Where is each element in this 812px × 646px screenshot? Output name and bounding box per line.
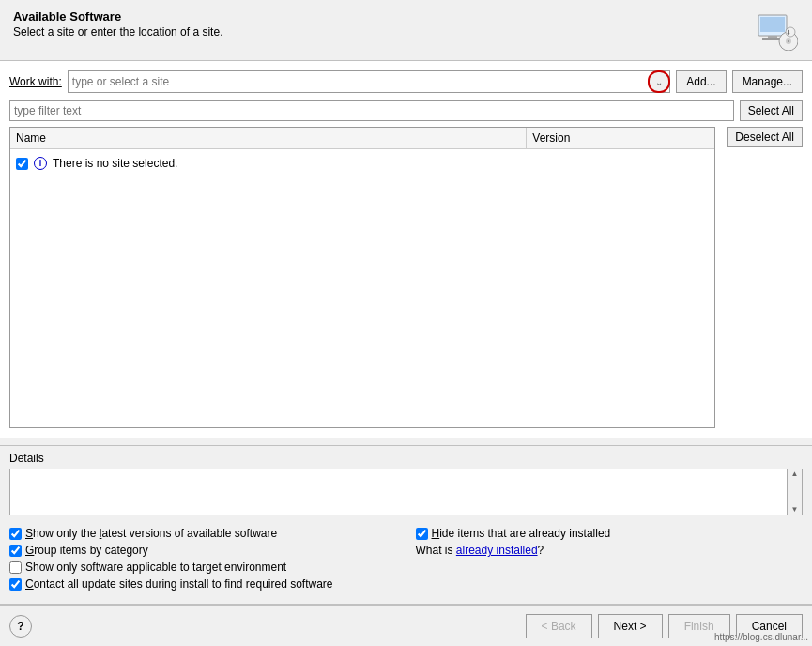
option-underline-3: G [25,544,34,557]
details-section: Details ▲ ▼ [0,446,812,521]
header-left: Available Software Select a site or ente… [13,9,222,38]
next-button[interactable]: Next > [598,614,663,638]
option-underline-6: C [25,577,34,591]
no-site-message: There is no site selected. [53,157,177,170]
dialog-subtitle: Select a site or enter the location of a… [13,25,222,38]
option-label-3: Group items by category [25,544,148,557]
svg-point-6 [788,40,789,42]
content-area: Work with: ⌄ Add... Manage... Select All… [0,61,812,438]
option-underline-2: H [432,527,440,540]
work-with-dropdown-button[interactable]: ⌄ [648,70,670,93]
right-buttons: Deselect All [721,127,803,428]
option-checkbox-5[interactable] [9,561,22,574]
option-row-4: What is already installed? [416,544,804,557]
already-installed-link[interactable]: already installed [456,544,538,557]
option-row-2: Hide items that are already installed [416,527,804,540]
option-checkbox-1[interactable] [9,528,22,540]
svg-text:⬇: ⬇ [786,29,791,36]
manage-button[interactable]: Manage... [732,70,803,93]
available-software-dialog: Available Software Select a site or ente… [0,0,812,646]
table-header: Name Version [10,128,714,149]
dialog-icon: ⬇ [754,9,799,54]
details-label: Details [9,452,803,465]
option-underline-1b: l [100,527,102,540]
details-scrollbar: ▲ ▼ [787,469,802,515]
help-button[interactable]: ? [9,615,32,638]
option-underline-1: S [25,527,33,540]
svg-rect-2 [768,36,777,38]
work-with-input-wrapper: ⌄ [68,70,670,93]
option-checkbox-6[interactable] [9,578,22,591]
col-name-header: Name [10,128,527,148]
software-install-icon: ⬇ [755,13,798,51]
watermark: https://blog.cs.dlunar... [714,632,808,642]
scroll-up-icon[interactable]: ▲ [791,470,799,478]
dialog-header: Available Software Select a site or ente… [0,0,812,60]
work-with-input[interactable] [68,70,670,93]
option-label-6: Contact all update sites during install … [25,577,333,591]
main-panel: Name Version i There is no site selected… [9,127,803,428]
option-checkbox-3[interactable] [9,545,22,557]
option-label-1: Show only the latest versions of availab… [25,527,277,540]
work-with-label: Work with: [9,75,62,88]
dialog-title: Available Software [13,9,222,23]
select-all-button[interactable]: Select All [740,100,803,121]
work-with-row: Work with: ⌄ Add... Manage... [9,70,803,93]
details-content [10,469,787,515]
chevron-down-icon: ⌄ [655,77,663,87]
scroll-down-icon[interactable]: ▼ [791,506,799,514]
option-label-5: Show only software applicable to target … [25,561,286,574]
option-row-6: Contact all update sites during install … [9,577,803,591]
option-row-1: Show only the latest versions of availab… [9,527,397,540]
add-button[interactable]: Add... [676,70,726,93]
row-checkbox[interactable] [16,158,28,170]
table-body: i There is no site selected. [10,149,714,427]
deselect-all-button[interactable]: Deselect All [727,127,803,147]
table-row: i There is no site selected. [16,155,709,172]
option-row-5: Show only software applicable to target … [9,561,397,574]
dialog-footer: ? < Back Next > Finish Cancel [0,605,812,646]
option-label-2: Hide items that are already installed [432,527,611,540]
option-row-3: Group items by category [9,544,397,557]
row-checkbox-cell [16,158,28,170]
option-checkbox-2[interactable] [416,528,428,540]
back-button[interactable]: < Back [526,614,592,638]
option-row-empty [416,561,804,574]
option-label-4: What is already installed? [416,544,544,557]
details-box: ▲ ▼ [9,469,803,515]
filter-row: Select All [9,100,803,121]
filter-input[interactable] [9,100,734,121]
col-version-header: Version [527,128,714,148]
info-icon: i [34,157,47,170]
software-table: Name Version i There is no site selected… [9,127,715,428]
options-section: Show only the latest versions of availab… [0,521,812,600]
options-grid: Show only the latest versions of availab… [9,527,803,591]
svg-rect-1 [760,17,785,32]
